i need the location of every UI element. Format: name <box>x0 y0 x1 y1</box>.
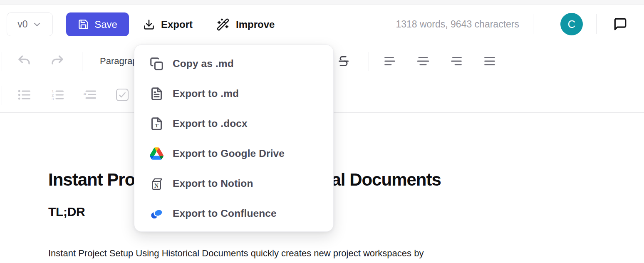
divider <box>2 52 2 71</box>
word-count: 1318 words, 9643 characters <box>396 5 519 43</box>
file-text-icon <box>149 87 163 101</box>
chevron-down-icon <box>32 20 42 30</box>
chat-bubble-icon <box>613 17 629 31</box>
bullet-list-button[interactable] <box>16 87 32 103</box>
divider <box>533 14 533 34</box>
avatar-initial: C <box>568 18 576 31</box>
copy-icon <box>149 57 163 71</box>
redo-button[interactable] <box>49 53 66 69</box>
version-label: v0 <box>17 19 27 30</box>
confluence-icon <box>149 206 163 221</box>
align-justify-icon <box>483 54 497 68</box>
undo-icon <box>17 54 32 69</box>
improve-button[interactable]: Improve <box>216 12 275 36</box>
svg-text:T: T <box>155 122 159 129</box>
ordered-list-button[interactable]: 123 <box>49 87 66 103</box>
divider <box>2 86 2 105</box>
editor-window: v0 Save Export Improve 1318 words, 9643 … <box>0 0 644 263</box>
improve-label: Improve <box>236 19 275 30</box>
divider <box>596 14 597 34</box>
divider <box>369 52 369 71</box>
menu-item-label: Export to Google Drive <box>173 148 285 159</box>
svg-text:N: N <box>154 183 158 189</box>
comments-button[interactable] <box>613 16 629 32</box>
task-list-icon <box>116 89 129 101</box>
document-paragraph[interactable]: Instant Project Setup Using Historical D… <box>48 246 602 261</box>
menu-item-export-notion[interactable]: N Export to Notion <box>134 169 333 198</box>
save-icon <box>78 19 89 30</box>
menu-item-label: Export to .docx <box>173 118 248 129</box>
undo-button[interactable] <box>16 53 32 69</box>
align-right-button[interactable] <box>448 53 465 69</box>
task-list-button[interactable] <box>114 87 131 103</box>
menu-item-export-google-drive[interactable]: Export to Google Drive <box>134 139 333 169</box>
version-selector[interactable]: v0 <box>7 12 53 36</box>
strikethrough-icon <box>337 55 350 68</box>
window-top-strip <box>0 0 644 5</box>
section-heading[interactable]: TL;DR <box>48 205 85 219</box>
align-left-button[interactable] <box>381 53 398 69</box>
redo-icon <box>50 54 65 69</box>
top-toolbar: v0 Save Export Improve 1318 words, 9643 … <box>0 5 644 43</box>
google-drive-icon <box>149 146 163 161</box>
download-icon <box>143 19 155 30</box>
file-docx-icon: T <box>149 117 163 131</box>
notion-icon: N <box>149 176 163 191</box>
menu-item-label: Export to .md <box>173 88 239 99</box>
avatar[interactable]: C <box>560 13 583 35</box>
save-button[interactable]: Save <box>66 12 129 36</box>
align-right-icon <box>449 54 463 68</box>
divider <box>82 52 82 71</box>
align-left-icon <box>383 54 397 68</box>
menu-item-label: Export to Confluence <box>173 208 277 219</box>
save-label: Save <box>94 19 117 30</box>
menu-item-label: Export to Notion <box>173 178 253 189</box>
export-dropdown-menu: Copy as .md Export to .md T Export to .d… <box>134 45 334 232</box>
blockquote-button[interactable]: “ <box>82 87 98 103</box>
align-center-icon <box>416 54 430 68</box>
align-justify-button[interactable] <box>481 53 498 69</box>
bullet-list-icon <box>17 87 32 102</box>
menu-item-export-confluence[interactable]: Export to Confluence <box>134 198 333 228</box>
menu-item-label: Copy as .md <box>173 58 234 69</box>
align-center-button[interactable] <box>415 53 431 69</box>
menu-item-export-docx[interactable]: T Export to .docx <box>134 109 333 139</box>
menu-item-copy-as-md[interactable]: Copy as .md <box>134 49 333 79</box>
ordered-list-icon: 123 <box>50 87 65 102</box>
svg-text:3: 3 <box>52 97 54 101</box>
magic-wand-icon <box>216 18 230 31</box>
export-label: Export <box>161 19 193 30</box>
menu-item-export-md[interactable]: Export to .md <box>134 79 333 109</box>
strikethrough-button[interactable] <box>335 53 352 69</box>
export-button[interactable]: Export <box>143 12 193 36</box>
blockquote-icon: “ <box>82 87 97 102</box>
